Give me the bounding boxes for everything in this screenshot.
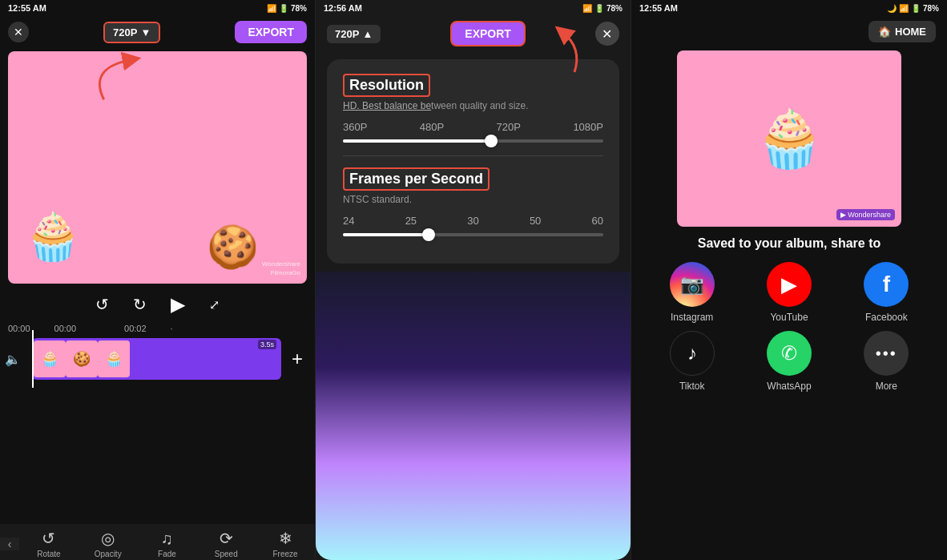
time-3: 12:55 AM [639,3,678,13]
track-thumb-3: 🧁 [98,340,130,377]
track-thumb-2: 🍪 [66,340,98,377]
home-icon: 🏠 [878,26,891,38]
fps-options: 24 25 30 50 60 [343,215,603,227]
video-preview: 🧁 🍪 WondershareFilmoraGo [8,51,307,284]
fade-icon: ♫ [161,530,173,548]
watermark-1: WondershareFilmoraGo [262,260,300,277]
bottom-toolbar: ‹ ↺ Rotate ◎ Opacity ♫ Fade ⟳ Speed ❄ Fr… [0,524,315,560]
time-2: 12:56 AM [324,3,362,13]
share-tiktok[interactable]: ♪ Tiktok [647,331,736,392]
youtube-label: YouTube [770,312,808,323]
video-thumb-container: 🧁 ▶ Wondershare [631,50,947,233]
opacity-icon: ◎ [101,529,115,548]
track-thumb-1: 🧁 [34,340,66,377]
freeze-label: Freeze [273,550,298,558]
share-instagram[interactable]: 📷 Instagram [647,262,736,323]
more-label: More [876,381,897,392]
time-marker-end: 00:02 [124,324,147,333]
whatsapp-label: WhatsApp [767,381,811,392]
volume-icon: 🔈 [5,352,29,367]
battery-3: 78% [923,4,939,13]
resolution-options: 360P 480P 720P 1080P [343,121,603,133]
fullscreen-button[interactable]: ⤢ [209,297,220,312]
fps-subtitle: NTSC standard. [343,194,603,205]
share-more[interactable]: ••• More [842,331,931,392]
tool-opacity[interactable]: ◎ Opacity [79,529,138,558]
gradient-area [316,272,631,560]
resolution-badge-1[interactable]: 720P ▼ [103,22,160,43]
share-grid: 📷 Instagram ▶ YouTube f Facebook ♪ Tikto… [631,254,947,400]
time-marker-dot: · [171,324,173,333]
timeline-header: 00:00 00:00 00:02 · [0,322,315,335]
share-label: Saved to your album, share to [631,233,947,254]
status-bar-1: 12:55 AM 📶 🔋 78% [0,0,315,16]
share-whatsapp[interactable]: ✆ WhatsApp [744,331,833,392]
fade-label: Fade [158,550,176,558]
thumb-char: 🧁 [755,106,824,171]
facebook-label: Facebook [865,312,908,323]
instagram-label: Instagram [671,312,713,323]
redo-button[interactable]: ↻ [133,295,147,314]
tool-rotate[interactable]: ↺ Rotate [19,529,79,558]
chevron-down-icon: ▼ [140,26,151,38]
fps-section: Frames per Second NTSC standard. 24 25 3… [343,167,603,236]
back-button[interactable]: ‹ [0,538,19,550]
tiktok-label: Tiktok [679,381,705,392]
play-button[interactable]: ▶ [171,293,185,316]
battery-2: 78% [606,4,623,13]
resolution-slider[interactable] [343,139,603,143]
share-facebook[interactable]: f Facebook [842,262,931,323]
status-bar-2: 12:56 AM 📶 🔋 78% [316,0,631,16]
status-icons-1: 📶 🔋 78% [267,4,307,13]
status-icons-3: 🌙 📶 🔋 78% [887,4,939,13]
opacity-label: Opacity [95,550,122,558]
battery-1: 78% [291,4,307,13]
timeline-track[interactable]: 🧁 🍪 🧁 3.5s [32,338,281,380]
rotate-icon: ↺ [42,529,55,548]
char-cupcake: 🧁 [24,209,82,264]
tool-fade[interactable]: ♫ Fade [138,530,197,558]
rotate-label: Rotate [37,550,60,558]
close-button[interactable]: ✕ [8,22,29,42]
export-button-2[interactable]: EXPORT [450,21,526,46]
resolution-badge-2[interactable]: 720P ▲ [327,25,381,43]
settings-panel: 12:56 AM 📶 🔋 78% 720P ▲ EXPORT ✕ Resolut… [316,0,631,560]
share-youtube[interactable]: ▶ YouTube [744,262,833,323]
settings-card: Resolution HD. Best balance between qual… [327,59,619,264]
whatsapp-icon: ✆ [767,331,812,376]
undo-button[interactable]: ↺ [95,295,109,314]
fps-slider[interactable] [343,233,603,236]
freeze-icon: ❄ [279,529,292,548]
youtube-icon: ▶ [767,262,812,307]
more-icon: ••• [864,331,909,376]
playback-controls: ↺ ↻ ▶ ⤢ [0,287,315,322]
time-1: 12:55 AM [8,3,46,13]
resolution-title: Resolution [343,74,430,97]
share-header: 🏠 HOME [631,16,947,47]
fps-title: Frames per Second [343,167,490,191]
tool-freeze[interactable]: ❄ Freeze [256,529,315,558]
tiktok-icon: ♪ [670,331,715,376]
instagram-icon: 📷 [670,262,715,307]
timeline-cursor [32,330,34,388]
chevron-up-icon: ▲ [362,28,373,40]
export-button-1[interactable]: EXPORT [235,21,307,43]
resolution-subtitle: HD. Best balance between quality and siz… [343,100,603,111]
home-button[interactable]: 🏠 HOME [868,21,936,42]
video-editor-panel: 12:55 AM 📶 🔋 78% ✕ 720P ▼ EXPORT 🧁 🍪 Won… [0,0,316,560]
close-settings-button[interactable]: ✕ [595,22,619,46]
status-bar-3: 12:55 AM 🌙 📶 🔋 78% [631,0,947,16]
speed-label: Speed [215,550,238,558]
time-marker-start: 00:00 [8,324,30,333]
add-clip-button[interactable]: + [284,346,310,372]
share-panel: 12:55 AM 🌙 📶 🔋 78% 🏠 HOME 🧁 ▶ Wondershar… [631,0,947,560]
tool-speed[interactable]: ⟳ Speed [196,529,256,558]
speed-icon: ⟳ [220,529,233,548]
home-label: HOME [895,26,926,38]
track-duration-label: 3.5s [258,340,276,349]
thumb-watermark: ▶ Wondershare [836,209,895,220]
char-cookie: 🍪 [207,223,259,272]
video-thumbnail: 🧁 ▶ Wondershare [677,50,901,227]
time-marker-mid: 00:00 [54,324,77,333]
status-icons-2: 📶 🔋 78% [582,4,623,13]
